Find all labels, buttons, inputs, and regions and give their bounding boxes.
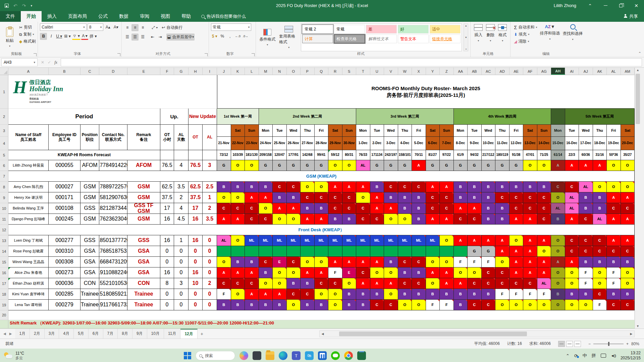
restore-button[interactable] <box>613 0 629 11</box>
column-header-A[interactable]: A <box>8 68 49 75</box>
column-header-AF[interactable]: AF <box>523 68 537 75</box>
contact-cell[interactable]: 17685187531 <box>99 246 127 257</box>
shift-cell[interactable]: O <box>315 257 329 267</box>
shift-cell[interactable]: G <box>426 160 440 171</box>
shift-cell[interactable]: B <box>259 267 273 278</box>
al-update-cell[interactable]: 2 <box>203 278 217 289</box>
italic-button[interactable]: I <box>48 33 55 40</box>
shift-cell[interactable]: B <box>412 192 426 203</box>
shift-cell[interactable]: G <box>273 160 287 171</box>
shift-cell[interactable]: B <box>593 203 607 214</box>
ot-hours-cell[interactable]: 0 <box>160 300 174 310</box>
sync-icon[interactable]: ⟳ <box>574 353 578 358</box>
percent-icon[interactable]: % <box>219 33 226 40</box>
shift-cell[interactable]: A <box>301 214 315 225</box>
shift-cell[interactable]: C <box>217 203 231 214</box>
shift-cell[interactable]: G <box>482 160 496 171</box>
shift-cell[interactable]: C <box>440 203 454 214</box>
shift-cell[interactable]: O <box>315 182 329 192</box>
staff-name-cell[interactable]: Django Peng 彭瑞峰 <box>8 214 49 225</box>
column-header-AA[interactable]: AA <box>454 68 468 75</box>
page-layout-view-icon[interactable] <box>566 341 573 347</box>
shift-cell[interactable]: F <box>440 300 454 310</box>
cell-style-适中[interactable]: 适中 <box>430 25 461 34</box>
day-name-cell[interactable]: Tue <box>468 125 482 137</box>
forecast-cell[interactable]: 103/39 <box>231 150 245 160</box>
ribbon-tab-页面布局[interactable]: 页面布局 <box>62 11 93 22</box>
shift-cell[interactable]: O <box>495 257 509 267</box>
shift-cell[interactable]: F <box>328 267 342 278</box>
shift-cell[interactable]: C <box>398 182 412 192</box>
shift-cell[interactable]: C <box>551 182 565 192</box>
ime-mode-indicator[interactable]: 拼 <box>592 353 596 359</box>
ribbon-tab-插入[interactable]: 插入 <box>42 11 62 22</box>
shift-cell[interactable]: B <box>245 182 259 192</box>
shift-cell[interactable]: O <box>509 300 524 310</box>
position-cell[interactable]: GSS <box>80 235 99 246</box>
minimize-button[interactable] <box>598 0 613 11</box>
al-update-cell[interactable]: 0 <box>203 289 217 300</box>
shift-cell[interactable]: C <box>593 289 607 300</box>
shift-cell[interactable]: ML <box>259 235 273 246</box>
shift-cell[interactable]: O <box>426 257 440 267</box>
date-cell[interactable]: 10-Dec <box>482 137 496 150</box>
shift-cell[interactable]: G <box>217 160 231 171</box>
day-name-cell[interactable]: Sat <box>621 125 635 137</box>
shift-cell[interactable]: C <box>523 192 537 203</box>
ot-hours-cell[interactable]: 17 <box>160 203 174 214</box>
shift-cell[interactable]: B <box>495 203 509 214</box>
shift-cell[interactable]: B <box>217 300 231 310</box>
day-name-cell[interactable]: Mon <box>551 125 565 137</box>
column-header-W[interactable]: W <box>398 68 412 75</box>
shift-cell[interactable]: A <box>468 203 482 214</box>
shift-cell[interactable]: O <box>565 267 579 278</box>
shift-cell[interactable]: C <box>579 235 593 246</box>
al-update-cell[interactable]: 0 <box>203 257 217 267</box>
row-header-21[interactable] <box>0 320 8 328</box>
contact-cell[interactable]: 17623623040 <box>99 214 127 225</box>
forecast-cell[interactable]: 47/01 <box>523 150 537 160</box>
ot-update-cell[interactable]: 10 <box>189 278 203 289</box>
shift-cell[interactable]: C <box>565 182 579 192</box>
shift-cell[interactable]: B <box>259 182 273 192</box>
ribbon-tab-帮助[interactable]: 帮助 <box>176 11 197 22</box>
column-header-D[interactable]: D <box>99 68 127 75</box>
day-name-cell[interactable]: Thu <box>495 125 509 137</box>
cell-style-常规 2[interactable]: 常规 2 <box>302 25 333 34</box>
shift-cell[interactable]: C <box>579 246 593 257</box>
employee-id-cell[interactable]: 000245 <box>49 214 80 225</box>
sheet-nav-left-icon[interactable]: ◀ <box>3 332 6 336</box>
cell-style-链接单元格[interactable]: 链接单元格 <box>430 35 461 43</box>
employee-id-cell[interactable]: 000036 <box>49 278 80 289</box>
shift-cell[interactable]: B <box>454 300 468 310</box>
row-header-19[interactable]: 19 <box>0 300 8 310</box>
day-name-cell[interactable]: Tue <box>273 125 287 137</box>
shift-cell[interactable] <box>217 246 231 257</box>
remark-cell[interactable]: GSA <box>127 257 160 267</box>
close-button[interactable]: ✕ <box>629 0 644 11</box>
shift-cell[interactable]: C <box>245 203 259 214</box>
date-cell[interactable]: 25-Nov <box>273 137 287 150</box>
shift-cell[interactable]: A <box>245 192 259 203</box>
shift-cell[interactable] <box>301 246 315 257</box>
staff-name-cell[interactable]: Henry Xie 谢沃明 <box>8 192 49 203</box>
shift-cell[interactable]: B <box>579 203 593 214</box>
position-cell[interactable]: Trainee <box>80 300 99 310</box>
cell-style-计算[interactable]: 计算 <box>302 35 333 43</box>
shift-cell[interactable]: B <box>231 257 245 267</box>
cell-style-差[interactable]: 差 <box>366 25 397 34</box>
sheet-tab-10月[interactable]: 10月 <box>147 329 164 339</box>
day-name-cell[interactable]: Wed <box>482 125 496 137</box>
column-title-Contact-No-[interactable]: Contact No.联系方式 <box>99 125 127 150</box>
date-cell[interactable]: 27-Nov <box>301 137 315 150</box>
align-right-icon[interactable]: ☰ <box>139 34 146 41</box>
row-header-8[interactable]: 8 <box>0 182 8 192</box>
shift-cell[interactable]: F <box>217 289 231 300</box>
number-dialog-launcher-icon[interactable] <box>252 53 255 56</box>
shift-cell[interactable]: B <box>398 192 412 203</box>
shift-cell[interactable]: B <box>273 192 287 203</box>
shift-cell[interactable]: C <box>468 300 482 310</box>
shift-cell[interactable]: O <box>398 214 412 225</box>
cell-style-检查单元格[interactable]: 检查单元格 <box>334 35 365 43</box>
day-name-cell[interactable]: Sat <box>426 125 440 137</box>
